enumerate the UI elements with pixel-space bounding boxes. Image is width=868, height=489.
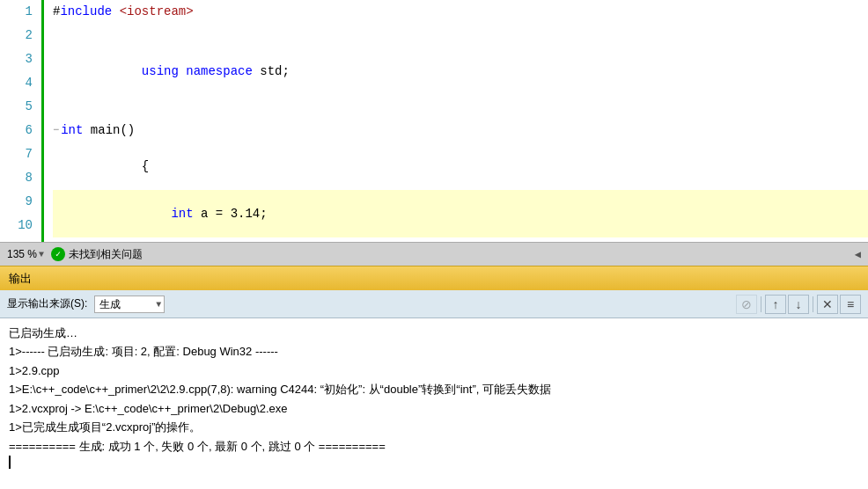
space — [112, 0, 119, 24]
output-btn-word-wrap[interactable]: ≡ — [840, 295, 861, 314]
int-kw-a: int — [171, 202, 193, 226]
code-lines: #include <iostream> using namespace std;… — [44, 0, 868, 242]
output-line-4: 1>E:\c++_code\c++_primer\2\2\2.9.cpp(7,8… — [9, 380, 859, 398]
collapse-icon[interactable]: − — [53, 119, 59, 142]
namespace-kw: namespace — [186, 60, 253, 84]
check-icon — [51, 247, 65, 261]
output-btn-stop[interactable]: ⊘ — [736, 295, 757, 314]
code-line-5: −int main() — [53, 119, 868, 142]
output-line-6: 1>已完成生成项目“2.vcxproj”的操作。 — [9, 418, 859, 436]
output-content: 已启动生成… 1>------ 已启动生成: 项目: 2, 配置: Debug … — [0, 318, 868, 489]
code-line-7: int a = 3.14; — [53, 190, 868, 237]
status-right-arrow-icon: ◀ — [855, 248, 861, 261]
output-line-2: 1>------ 已启动生成: 项目: 2, 配置: Debug Win32 -… — [9, 342, 859, 361]
line-num-2: 2 — [0, 24, 33, 47]
output-btn-up[interactable]: ↑ — [765, 295, 786, 314]
source-select-wrapper[interactable]: 生成 — [94, 296, 165, 313]
code-line-1: #include <iostream> — [53, 0, 868, 24]
output-source-label: 显示输出来源(S): — [7, 296, 87, 311]
output-line-1: 已启动生成… — [9, 324, 859, 342]
output-btn-group: ⊘ ↑ ↓ ✕ ≡ — [736, 295, 861, 314]
output-line-3: 1>2.9.cpp — [9, 361, 859, 380]
output-line-5: 1>2.vcxproj -> E:\c++_code\c++_primer\2\… — [9, 399, 859, 418]
status-check: 未找到相关问题 — [51, 247, 848, 262]
code-line-8: cout << a << endl; — [53, 237, 868, 242]
output-line-7: ========== 生成: 成功 1 个, 失败 0 个, 最新 0 个, 跳… — [9, 437, 859, 456]
iostream-include: <iostream> — [120, 0, 194, 24]
code-line-4 — [53, 95, 868, 119]
output-controls: 显示输出来源(S): 生成 ⊘ ↑ ↓ ✕ ≡ — [0, 290, 868, 318]
line-num-6: 6 — [0, 119, 33, 142]
line-num-5: 5 — [0, 95, 33, 119]
status-text: 未找到相关问题 — [69, 247, 143, 262]
int-kw-main: int — [61, 119, 83, 142]
status-bar: 135 % ▼ 未找到相关问题 ◀ — [0, 242, 868, 266]
zoom-arrow-icon: ▼ — [39, 250, 44, 259]
code-line-3: using namespace std; — [53, 47, 868, 95]
text-cursor — [9, 456, 11, 469]
btn-separator-1 — [761, 296, 761, 312]
line-num-10: 10 — [0, 214, 33, 237]
btn-separator-2 — [813, 296, 813, 312]
code-content: 1 2 3 4 5 6 7 8 9 10 #include <iostream>… — [0, 0, 868, 242]
include-kw: include — [60, 0, 112, 24]
output-panel-title: 输出 — [9, 271, 32, 287]
zoom-selector[interactable]: 135 % ▼ — [7, 248, 44, 260]
hash: # — [53, 0, 60, 24]
cursor-line — [9, 456, 859, 469]
value-314: 3.14 — [231, 202, 261, 226]
using-kw: using — [142, 60, 179, 84]
line-num-8: 8 — [0, 166, 33, 190]
line-numbers: 1 2 3 4 5 6 7 8 9 10 — [0, 0, 44, 242]
line-num-3: 3 — [0, 47, 33, 71]
code-line-6: { — [53, 142, 868, 190]
output-btn-down[interactable]: ↓ — [788, 295, 809, 314]
output-source-select[interactable]: 生成 — [94, 296, 165, 313]
line-num-7: 7 — [0, 142, 33, 166]
code-editor: 1 2 3 4 5 6 7 8 9 10 #include <iostream>… — [0, 0, 868, 242]
line-num-4: 4 — [0, 71, 33, 95]
output-title-bar: 输出 — [0, 266, 868, 290]
line-num-1: 1 — [0, 0, 33, 24]
output-btn-clear[interactable]: ✕ — [817, 295, 838, 314]
code-line-2 — [53, 24, 868, 47]
zoom-value: 135 % — [7, 248, 37, 260]
line-num-9: 9 — [0, 190, 33, 214]
